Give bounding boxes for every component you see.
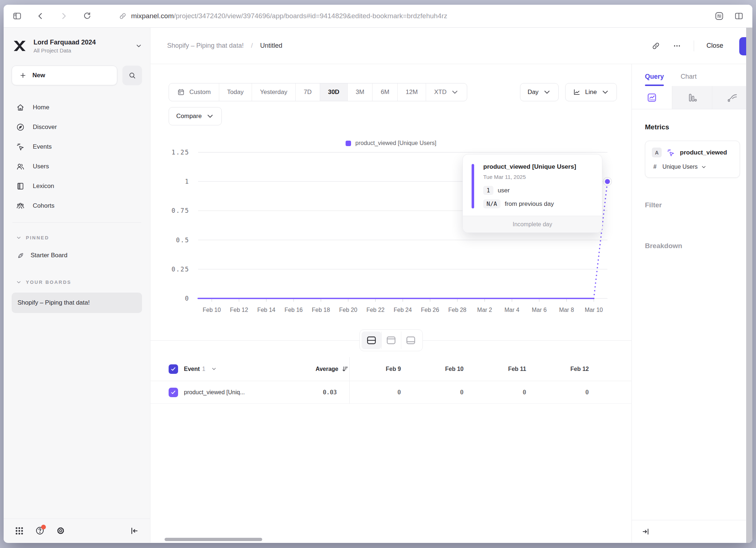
tab-chart[interactable]: Chart: [681, 73, 697, 86]
pinned-item-starter-board[interactable]: Starter Board: [12, 246, 142, 265]
sidebar-item-label: Events: [33, 143, 52, 150]
query-panel-footer: [632, 520, 752, 543]
chevron-down-icon: [211, 366, 217, 372]
close-button[interactable]: Close: [706, 42, 723, 50]
svg-text:Feb 18: Feb 18: [312, 307, 330, 313]
link-icon: [119, 12, 127, 20]
sidebar-item-label: Home: [33, 104, 49, 111]
project-name: Lord Farquaad 2024: [34, 39, 130, 46]
svg-text:Feb 20: Feb 20: [339, 307, 357, 313]
range-option-12m[interactable]: 12M: [397, 83, 426, 101]
tab-query[interactable]: Query: [645, 73, 664, 86]
chevron-down-icon: [451, 88, 459, 96]
events-icon: [16, 142, 25, 151]
divider: [12, 222, 141, 223]
horizontal-scrollbar-thumb[interactable]: [165, 538, 262, 541]
chart-legend[interactable]: product_viewed [Unique Users]: [150, 140, 631, 146]
svg-text:0.25: 0.25: [172, 266, 189, 273]
apps-grid-icon[interactable]: [15, 526, 24, 536]
pinned-section-header[interactable]: PINNED: [12, 229, 142, 246]
divider: [694, 40, 694, 51]
collapse-sidebar-icon[interactable]: [130, 526, 139, 536]
line-chart-icon: [573, 88, 581, 96]
granularity-dropdown[interactable]: Day: [520, 83, 559, 101]
search-button[interactable]: [122, 66, 142, 85]
column-header-feb-9[interactable]: Feb 9: [349, 357, 412, 381]
breadcrumb-page-title[interactable]: Untitled: [260, 42, 282, 50]
table-row[interactable]: product_viewed [Uniq... 0.030000: [150, 381, 631, 404]
help-icon[interactable]: [35, 526, 45, 536]
mixpanel-logo: [12, 38, 28, 54]
hash-icon: #: [653, 164, 657, 170]
range-option-6m[interactable]: 6M: [372, 83, 397, 101]
svg-text:Mar 8: Mar 8: [559, 307, 574, 313]
row-average-value: 0.03: [276, 381, 349, 403]
split-view-icon[interactable]: [734, 11, 744, 21]
copy-link-icon[interactable]: [651, 42, 660, 50]
row-checkbox[interactable]: [169, 388, 178, 397]
collapse-panel-icon[interactable]: [641, 527, 650, 536]
metric-card[interactable]: A product_viewed # Unique Users: [645, 141, 740, 178]
sidebar-item-lexicon[interactable]: Lexicon: [12, 176, 142, 196]
new-button[interactable]: New: [12, 66, 117, 85]
lexicon-icon: [16, 182, 25, 191]
settings-gear-icon[interactable]: [56, 526, 66, 536]
back-icon[interactable]: [36, 11, 45, 21]
event-header-dropdown[interactable]: Event 1: [169, 364, 276, 374]
layout-table-only-icon[interactable]: [401, 332, 421, 349]
range-option-yesterday[interactable]: Yesterday: [252, 83, 295, 101]
sidebar-item-cohorts[interactable]: Cohorts: [12, 196, 142, 216]
aggregation-dropdown[interactable]: Unique Users: [662, 164, 706, 170]
select-all-checkbox[interactable]: [169, 364, 178, 374]
bar-chart-type[interactable]: [672, 86, 712, 109]
reload-icon[interactable]: [82, 11, 92, 21]
breadcrumb-board[interactable]: Shopify – Piping that data!: [167, 42, 244, 50]
sidebar: Lord Farquaad 2024 All Project Data New …: [4, 28, 150, 543]
svg-text:Feb 16: Feb 16: [284, 307, 303, 313]
svg-text:Mar 6: Mar 6: [532, 307, 547, 313]
address-bar[interactable]: mixpanel.com/project/3472420/view/397469…: [119, 12, 707, 20]
board-item-shopify-piping-that-data[interactable]: Shopify – Piping that data!: [12, 293, 142, 313]
svg-text:Mar 10: Mar 10: [585, 307, 603, 313]
sidebar-item-discover[interactable]: Discover: [12, 117, 142, 137]
range-option-today[interactable]: Today: [219, 83, 252, 101]
calendar-icon: [177, 88, 185, 96]
column-header-feb-12[interactable]: Feb 12: [537, 357, 600, 381]
more-options-icon[interactable]: [673, 42, 681, 50]
range-option-custom[interactable]: Custom: [169, 83, 219, 101]
column-header-feb-10[interactable]: Feb 10: [412, 357, 475, 381]
sidebar-item-label: Cohorts: [33, 202, 55, 210]
range-option-30d[interactable]: 30D: [320, 83, 347, 101]
layout-split-icon[interactable]: [362, 332, 381, 349]
row-value-feb-12: 0: [537, 381, 600, 403]
project-subtitle: All Project Data: [34, 47, 130, 54]
range-option-7d[interactable]: 7D: [295, 83, 320, 101]
page-settings-icon[interactable]: [714, 11, 724, 21]
average-column-header[interactable]: Average: [276, 357, 349, 381]
legend-label: product_viewed [Unique Users]: [355, 140, 436, 146]
chevron-down-icon: [135, 43, 142, 49]
range-option-xtd[interactable]: XTD: [426, 83, 467, 101]
sidebar-toggle-icon[interactable]: [12, 11, 22, 21]
pinned-list: Starter Board: [12, 246, 142, 265]
sidebar-item-users[interactable]: Users: [12, 157, 142, 176]
filter-heading: Filter: [645, 201, 740, 209]
column-header-feb-11[interactable]: Feb 11: [475, 357, 537, 381]
sidebar-item-home[interactable]: Home: [12, 98, 142, 117]
layout-chart-only-icon[interactable]: [381, 332, 401, 349]
insights-chart-type[interactable]: [632, 86, 672, 109]
compare-button[interactable]: Compare: [169, 107, 222, 125]
chart-type-dropdown[interactable]: Line: [565, 83, 617, 101]
row-value-feb-10: 0: [412, 381, 475, 403]
row-value-feb-9: 0: [349, 381, 412, 403]
sidebar-item-events[interactable]: Events: [12, 137, 142, 157]
svg-text:Feb 28: Feb 28: [448, 307, 466, 313]
your-boards-section-header[interactable]: YOUR BOARDS: [12, 274, 142, 290]
row-event-name: product_viewed [Uniq...: [169, 388, 276, 397]
project-switcher[interactable]: Lord Farquaad 2024 All Project Data: [12, 38, 142, 54]
range-option-3m[interactable]: 3M: [347, 83, 373, 101]
forward-icon[interactable]: [59, 11, 68, 21]
sidebar-nav: HomeDiscoverEventsUsersLexiconCohorts: [12, 98, 142, 216]
line-chart[interactable]: 1.2510.750.50.250Feb 10Feb 12Feb 14Feb 1…: [150, 148, 631, 326]
vertical-scrollbar[interactable]: [746, 28, 752, 543]
